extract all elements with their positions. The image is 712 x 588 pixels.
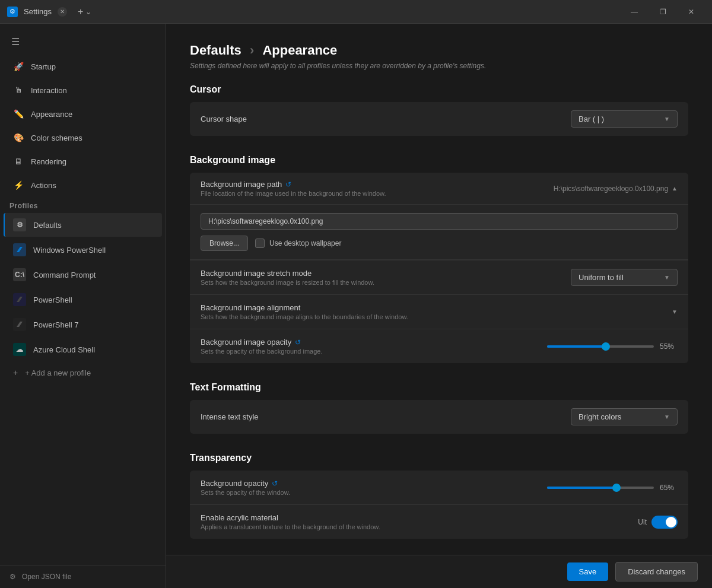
svg-marker-0	[17, 247, 23, 252]
acrylic-toggle[interactable]	[651, 516, 678, 529]
windows-powershell-label: Windows PowerShell	[33, 246, 106, 255]
rendering-label: Rendering	[31, 157, 66, 166]
sidebar-item-azure-cloud-shell[interactable]: ☁ Azure Cloud Shell	[4, 338, 162, 361]
path-section: Background image path ↺ File location of…	[190, 173, 688, 260]
titlebar-left: ⚙ Settings ✕ + ⌄	[7, 7, 91, 17]
alignment-desc: Sets how the background image aligns to …	[201, 313, 672, 320]
stretch-control: Uniform to fill ▼	[571, 269, 678, 286]
close-button[interactable]: ✕	[678, 2, 705, 21]
desktop-wallpaper-checkbox-label[interactable]: Use desktop wallpaper	[255, 239, 341, 248]
text-section: Text Formatting Intense text style Brigh…	[190, 382, 688, 434]
intense-dropdown[interactable]: Bright colors ▼	[571, 408, 678, 425]
sidebar-item-defaults[interactable]: ⚙ Defaults	[4, 213, 162, 237]
background-settings-card: Background image path ↺ File location of…	[190, 173, 688, 363]
bg-opacity-desc: Sets the opacity of the background image…	[201, 348, 547, 355]
window-opacity-label-group: Background opacity ↺ Sets the opacity of…	[201, 479, 547, 496]
stretch-label: Background image stretch mode	[201, 269, 571, 278]
page-subtitle: Settings defined here will apply to all …	[190, 62, 688, 70]
path-reset-button[interactable]: ↺	[285, 180, 291, 189]
discard-button[interactable]: Discard changes	[615, 562, 698, 581]
tab-dropdown-button[interactable]: ⌄	[85, 8, 91, 16]
hamburger-menu-button[interactable]: ☰	[5, 31, 26, 52]
window-opacity-slider-fill	[547, 487, 616, 489]
transparency-section: Transparency Background opacity ↺ Sets t…	[190, 453, 688, 539]
intense-control: Bright colors ▼	[571, 408, 678, 425]
defaults-label: Defaults	[33, 221, 62, 230]
open-json-button[interactable]: ⚙ Open JSON file	[0, 565, 166, 588]
svg-marker-1	[17, 297, 23, 302]
sidebar-item-powershell[interactable]: PowerShell	[4, 288, 162, 312]
minimize-button[interactable]: —	[621, 2, 648, 21]
path-expand-icon: ▲	[672, 185, 678, 192]
defaults-avatar: ⚙	[13, 218, 26, 231]
sidebar-item-powershell-7[interactable]: PowerShell 7	[4, 313, 162, 336]
cursor-shape-value: Bar ( | )	[578, 115, 604, 123]
desktop-wallpaper-checkbox[interactable]	[255, 239, 265, 248]
open-json-label: Open JSON file	[22, 573, 71, 581]
intense-label-group: Intense text style	[201, 412, 571, 421]
hamburger-icon: ☰	[11, 36, 20, 47]
acrylic-label-group: Enable acrylic material Applies a transl…	[201, 513, 638, 530]
save-button[interactable]: Save	[567, 562, 609, 581]
background-section: Background image Background image path ↺…	[190, 155, 688, 363]
acrylic-control: Uit	[638, 516, 678, 529]
new-tab-button[interactable]: +	[78, 7, 83, 17]
startup-label: Startup	[31, 62, 56, 71]
appearance-icon: ✏️	[13, 109, 24, 119]
path-input[interactable]	[201, 213, 678, 230]
maximize-button[interactable]: ❐	[649, 2, 676, 21]
titlebar-tabs: + ⌄	[73, 7, 91, 17]
powershell-7-avatar	[13, 318, 26, 331]
stretch-value: Uniform to fill	[578, 273, 624, 282]
acrylic-toggle-container: Uit	[638, 516, 678, 529]
path-label: Background image path ↺	[201, 180, 554, 189]
tab-close-button[interactable]: ✕	[58, 7, 67, 17]
window-opacity-reset-button[interactable]: ↺	[272, 479, 278, 488]
sidebar-item-appearance[interactable]: ✏️ Appearance	[4, 103, 162, 125]
breadcrumb-current: Appearance	[262, 43, 337, 58]
color-schemes-icon: 🎨	[13, 132, 24, 143]
cursor-section: Cursor Cursor shape Bar ( | ) ▼	[190, 84, 688, 136]
bg-opacity-slider-track	[547, 345, 654, 348]
json-icon: ⚙	[9, 573, 16, 581]
titlebar-title: Settings	[24, 7, 52, 16]
window-opacity-value: 65%	[660, 484, 678, 492]
add-profile-button[interactable]: + + Add a new profile	[4, 363, 162, 383]
intense-label: Intense text style	[201, 412, 571, 421]
sidebar-item-interaction[interactable]: 🖱 Interaction	[4, 79, 162, 101]
window-opacity-label: Background opacity ↺	[201, 479, 547, 488]
breadcrumb-separator: ›	[250, 43, 258, 58]
cursor-section-title: Cursor	[190, 84, 688, 95]
powershell-label: PowerShell	[33, 295, 72, 304]
path-value-text: H:\pics\softwaregeeklogo.0x100.png	[554, 185, 668, 193]
browse-button[interactable]: Browse...	[201, 236, 248, 251]
bg-opacity-slider-fill	[547, 345, 606, 348]
page-header: Defaults › Appearance Settings defined h…	[190, 43, 688, 70]
sidebar-item-rendering[interactable]: 🖥 Rendering	[4, 150, 162, 173]
alignment-chevron-icon: ▼	[672, 309, 678, 315]
sidebar-item-actions[interactable]: ⚡ Actions	[4, 174, 162, 196]
opacity-reset-button[interactable]: ↺	[295, 338, 301, 347]
titlebar-controls: — ❐ ✕	[621, 2, 705, 21]
sidebar-item-color-schemes[interactable]: 🎨 Color schemes	[4, 126, 162, 149]
window-opacity-slider-thumb[interactable]	[612, 484, 621, 492]
window-opacity-row: Background opacity ↺ Sets the opacity of…	[190, 471, 688, 505]
actions-icon: ⚡	[13, 180, 24, 190]
window-opacity-desc: Sets the opacity of the window.	[201, 489, 547, 496]
sidebar-item-command-prompt[interactable]: C:\ Command Prompt	[4, 263, 162, 287]
intense-text-row: Intense text style Bright colors ▼	[190, 400, 688, 434]
bg-opacity-slider-thumb[interactable]	[602, 342, 610, 351]
cursor-shape-control: Bar ( | ) ▼	[571, 110, 678, 128]
sidebar-item-windows-powershell[interactable]: Windows PowerShell	[4, 238, 162, 262]
acrylic-toggle-label: Uit	[638, 518, 647, 526]
azure-cloud-shell-label: Azure Cloud Shell	[33, 345, 95, 354]
sidebar-item-startup[interactable]: 🚀 Startup	[4, 55, 162, 78]
window-opacity-slider-track	[547, 487, 654, 489]
cursor-shape-chevron-icon: ▼	[664, 116, 670, 122]
bg-opacity-label: Background image opacity ↺	[201, 338, 547, 347]
cursor-shape-dropdown[interactable]: Bar ( | ) ▼	[571, 110, 678, 128]
bg-opacity-control: 55%	[547, 342, 678, 351]
stretch-dropdown[interactable]: Uniform to fill ▼	[571, 269, 678, 286]
transparency-section-title: Transparency	[190, 453, 688, 463]
main-content: Defaults › Appearance Settings defined h…	[166, 24, 712, 588]
